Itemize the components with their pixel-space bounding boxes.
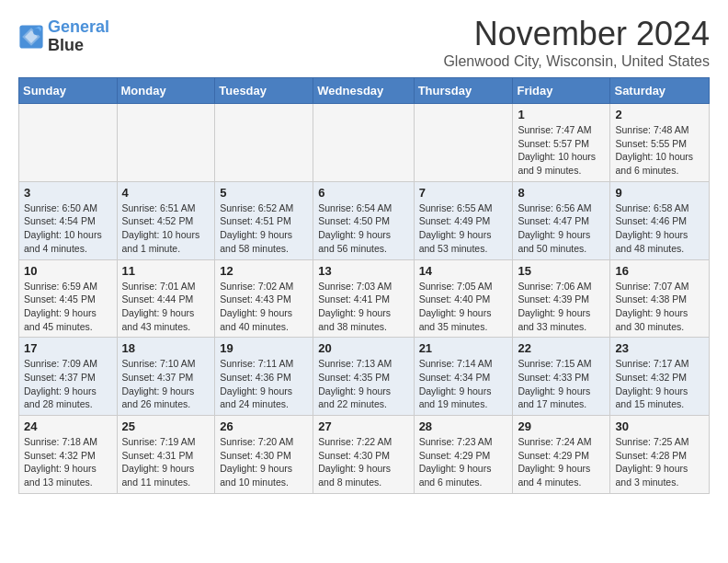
day-number: 30	[615, 419, 704, 433]
day-number: 21	[419, 341, 508, 355]
calendar-cell: 25Sunrise: 7:19 AM Sunset: 4:31 PM Dayli…	[117, 416, 215, 494]
calendar-cell: 29Sunrise: 7:24 AM Sunset: 4:29 PM Dayli…	[513, 416, 610, 494]
calendar-cell: 28Sunrise: 7:23 AM Sunset: 4:29 PM Dayli…	[414, 416, 513, 494]
day-info: Sunrise: 6:54 AM Sunset: 4:50 PM Dayligh…	[318, 201, 408, 256]
calendar-cell: 2Sunrise: 7:48 AM Sunset: 5:55 PM Daylig…	[610, 104, 710, 182]
calendar-week-row: 10Sunrise: 6:59 AM Sunset: 4:45 PM Dayli…	[19, 259, 710, 338]
day-number: 28	[419, 419, 508, 433]
day-number: 12	[220, 264, 308, 278]
calendar-cell: 9Sunrise: 6:58 AM Sunset: 4:46 PM Daylig…	[610, 181, 710, 259]
calendar-week-row: 3Sunrise: 6:50 AM Sunset: 4:54 PM Daylig…	[19, 181, 710, 259]
day-number: 26	[220, 419, 308, 433]
calendar-cell: 20Sunrise: 7:13 AM Sunset: 4:35 PM Dayli…	[313, 338, 414, 416]
day-info: Sunrise: 6:55 AM Sunset: 4:49 PM Dayligh…	[419, 201, 508, 256]
day-info: Sunrise: 6:59 AM Sunset: 4:45 PM Dayligh…	[24, 280, 112, 334]
calendar-cell: 11Sunrise: 7:01 AM Sunset: 4:44 PM Dayli…	[117, 259, 215, 338]
calendar-week-row: 24Sunrise: 7:18 AM Sunset: 4:32 PM Dayli…	[19, 416, 710, 494]
day-info: Sunrise: 7:22 AM Sunset: 4:30 PM Dayligh…	[318, 435, 408, 489]
day-number: 7	[419, 186, 508, 200]
day-info: Sunrise: 7:23 AM Sunset: 4:29 PM Dayligh…	[419, 435, 508, 489]
day-number: 25	[122, 419, 210, 433]
day-of-week-header: Wednesday	[313, 78, 414, 104]
calendar-header-row: SundayMondayTuesdayWednesdayThursdayFrid…	[19, 78, 710, 104]
day-number: 6	[318, 186, 408, 200]
day-number: 2	[615, 108, 704, 121]
day-number: 5	[220, 186, 308, 200]
title-area: November 2024 Glenwood City, Wisconsin, …	[443, 15, 710, 70]
day-info: Sunrise: 7:20 AM Sunset: 4:30 PM Dayligh…	[220, 435, 308, 489]
calendar-cell: 6Sunrise: 6:54 AM Sunset: 4:50 PM Daylig…	[313, 181, 414, 259]
calendar-cell: 4Sunrise: 6:51 AM Sunset: 4:52 PM Daylig…	[117, 181, 215, 259]
day-info: Sunrise: 7:06 AM Sunset: 4:39 PM Dayligh…	[518, 280, 605, 334]
calendar-cell: 27Sunrise: 7:22 AM Sunset: 4:30 PM Dayli…	[313, 416, 414, 494]
calendar-cell	[117, 104, 215, 182]
day-number: 16	[615, 264, 704, 278]
day-info: Sunrise: 7:10 AM Sunset: 4:37 PM Dayligh…	[122, 357, 210, 411]
calendar-cell	[313, 104, 414, 182]
day-info: Sunrise: 7:19 AM Sunset: 4:31 PM Dayligh…	[122, 435, 210, 489]
day-number: 15	[518, 264, 605, 278]
day-number: 3	[24, 186, 112, 200]
day-number: 13	[318, 264, 408, 278]
day-info: Sunrise: 6:56 AM Sunset: 4:47 PM Dayligh…	[518, 201, 605, 256]
day-number: 14	[419, 264, 508, 278]
day-info: Sunrise: 7:05 AM Sunset: 4:40 PM Dayligh…	[419, 280, 508, 334]
day-info: Sunrise: 7:03 AM Sunset: 4:41 PM Dayligh…	[318, 280, 408, 334]
calendar-table: SundayMondayTuesdayWednesdayThursdayFrid…	[18, 77, 710, 494]
calendar-cell: 17Sunrise: 7:09 AM Sunset: 4:37 PM Dayli…	[19, 338, 118, 416]
logo-text: General Blue	[48, 18, 109, 55]
calendar-cell: 3Sunrise: 6:50 AM Sunset: 4:54 PM Daylig…	[19, 181, 118, 259]
calendar-cell: 8Sunrise: 6:56 AM Sunset: 4:47 PM Daylig…	[513, 181, 610, 259]
calendar-cell: 22Sunrise: 7:15 AM Sunset: 4:33 PM Dayli…	[513, 338, 610, 416]
day-info: Sunrise: 7:15 AM Sunset: 4:33 PM Dayligh…	[518, 357, 605, 411]
svg-point-3	[33, 29, 40, 35]
day-info: Sunrise: 7:24 AM Sunset: 4:29 PM Dayligh…	[518, 435, 605, 489]
day-number: 4	[122, 186, 210, 200]
calendar-week-row: 17Sunrise: 7:09 AM Sunset: 4:37 PM Dayli…	[19, 338, 710, 416]
day-number: 29	[518, 419, 605, 433]
calendar-cell: 7Sunrise: 6:55 AM Sunset: 4:49 PM Daylig…	[414, 181, 513, 259]
day-info: Sunrise: 7:01 AM Sunset: 4:44 PM Dayligh…	[122, 280, 210, 334]
calendar-cell: 24Sunrise: 7:18 AM Sunset: 4:32 PM Dayli…	[19, 416, 118, 494]
calendar-cell: 14Sunrise: 7:05 AM Sunset: 4:40 PM Dayli…	[414, 259, 513, 338]
day-of-week-header: Friday	[513, 78, 610, 104]
location-title: Glenwood City, Wisconsin, United States	[443, 53, 710, 70]
calendar-cell: 16Sunrise: 7:07 AM Sunset: 4:38 PM Dayli…	[610, 259, 710, 338]
day-number: 9	[615, 186, 704, 200]
calendar-cell	[414, 104, 513, 182]
day-info: Sunrise: 6:52 AM Sunset: 4:51 PM Dayligh…	[220, 201, 308, 256]
calendar-cell: 21Sunrise: 7:14 AM Sunset: 4:34 PM Dayli…	[414, 338, 513, 416]
calendar-cell: 26Sunrise: 7:20 AM Sunset: 4:30 PM Dayli…	[215, 416, 313, 494]
calendar-cell: 19Sunrise: 7:11 AM Sunset: 4:36 PM Dayli…	[215, 338, 313, 416]
calendar-cell	[19, 104, 118, 182]
day-info: Sunrise: 7:14 AM Sunset: 4:34 PM Dayligh…	[419, 357, 508, 411]
day-number: 19	[220, 341, 308, 355]
day-number: 24	[24, 419, 112, 433]
calendar-week-row: 1Sunrise: 7:47 AM Sunset: 5:57 PM Daylig…	[19, 104, 710, 182]
calendar-cell: 1Sunrise: 7:47 AM Sunset: 5:57 PM Daylig…	[513, 104, 610, 182]
day-of-week-header: Tuesday	[215, 78, 313, 104]
day-info: Sunrise: 7:09 AM Sunset: 4:37 PM Dayligh…	[24, 357, 112, 411]
calendar-cell: 5Sunrise: 6:52 AM Sunset: 4:51 PM Daylig…	[215, 181, 313, 259]
day-of-week-header: Monday	[117, 78, 215, 104]
day-info: Sunrise: 6:51 AM Sunset: 4:52 PM Dayligh…	[122, 201, 210, 256]
calendar-cell: 15Sunrise: 7:06 AM Sunset: 4:39 PM Dayli…	[513, 259, 610, 338]
calendar-cell: 12Sunrise: 7:02 AM Sunset: 4:43 PM Dayli…	[215, 259, 313, 338]
day-number: 17	[24, 341, 112, 355]
day-number: 1	[518, 108, 605, 121]
calendar-cell: 18Sunrise: 7:10 AM Sunset: 4:37 PM Dayli…	[117, 338, 215, 416]
day-number: 22	[518, 341, 605, 355]
day-of-week-header: Thursday	[414, 78, 513, 104]
day-info: Sunrise: 7:11 AM Sunset: 4:36 PM Dayligh…	[220, 357, 308, 411]
page-header: General Blue November 2024 Glenwood City…	[18, 15, 710, 70]
day-info: Sunrise: 7:48 AM Sunset: 5:55 PM Dayligh…	[615, 123, 704, 178]
day-info: Sunrise: 6:58 AM Sunset: 4:46 PM Dayligh…	[615, 201, 704, 256]
day-info: Sunrise: 6:50 AM Sunset: 4:54 PM Dayligh…	[24, 201, 112, 256]
day-info: Sunrise: 7:18 AM Sunset: 4:32 PM Dayligh…	[24, 435, 112, 489]
day-info: Sunrise: 7:07 AM Sunset: 4:38 PM Dayligh…	[615, 280, 704, 334]
calendar-cell: 13Sunrise: 7:03 AM Sunset: 4:41 PM Dayli…	[313, 259, 414, 338]
day-info: Sunrise: 7:02 AM Sunset: 4:43 PM Dayligh…	[220, 280, 308, 334]
day-info: Sunrise: 7:47 AM Sunset: 5:57 PM Dayligh…	[518, 123, 605, 178]
day-number: 8	[518, 186, 605, 200]
day-number: 20	[318, 341, 408, 355]
